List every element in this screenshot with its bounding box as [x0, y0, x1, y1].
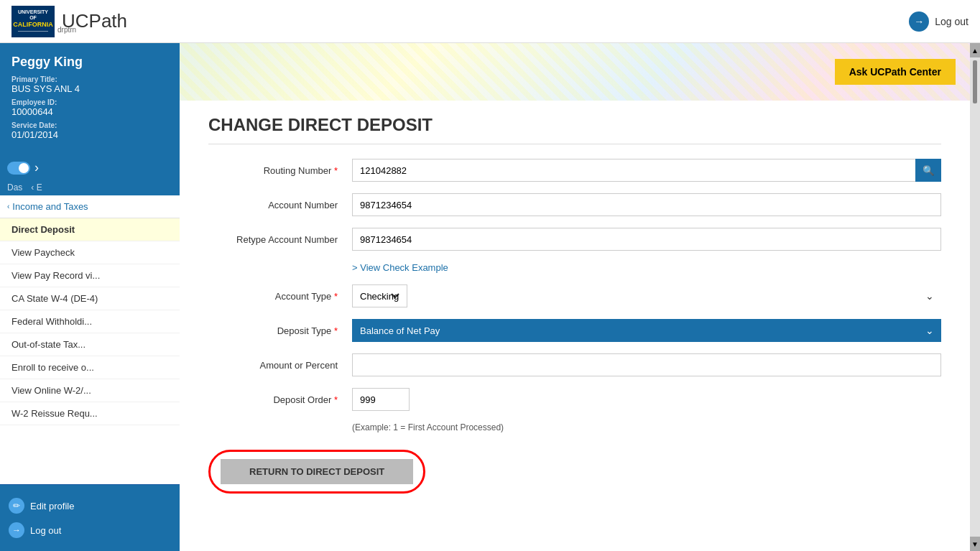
routing-number-label: Routing Number * [208, 165, 352, 176]
drptrn-label: drptrn [57, 26, 76, 34]
logout-item[interactable]: → Log out [9, 518, 171, 542]
employee-id-value: 10000644 [11, 106, 168, 117]
retype-account-number-row: Retype Account Number [208, 228, 941, 251]
account-type-select[interactable]: Checking Savings [352, 284, 407, 307]
deposit-type-select-wrapper: Balance of Net Pay Fixed Amount Percent … [352, 319, 941, 342]
sidebar-item-view-online-w2[interactable]: View Online W-2/... [0, 379, 180, 402]
account-type-row: Account Type * Checking Savings ⌄ [208, 284, 941, 307]
edit-profile-label: Edit profile [30, 501, 74, 511]
deposit-type-label: Deposit Type * [208, 325, 352, 336]
deposit-order-label: Deposit Order * [208, 394, 352, 405]
deposit-order-required-star: * [334, 394, 338, 405]
amount-or-percent-label: Amount or Percent [208, 360, 352, 371]
sub-menu-header-label: Income and Taxes [12, 201, 88, 212]
routing-search-button[interactable]: 🔍 [915, 159, 941, 182]
sidebar-item-enroll[interactable]: Enroll to receive o... [0, 356, 180, 379]
account-type-chevron-icon: ⌄ [925, 290, 934, 302]
deposit-example: (Example: 1 = First Account Processed) [352, 422, 941, 432]
sub-menu-chevron: ‹ [7, 203, 9, 210]
sidebar-item-view-paycheck[interactable]: View Paycheck [0, 241, 180, 264]
sidebar-item-ca-state-w4[interactable]: CA State W-4 (DE-4) [0, 287, 180, 310]
sub-menu: ‹ Income and Taxes Direct Deposit View P… [0, 195, 180, 484]
nav-tabs-row: Das ‹ E [0, 180, 180, 195]
return-to-direct-deposit-button[interactable]: RETURN TO DIRECT DEPOSIT [221, 459, 413, 484]
body-area: Peggy King Primary Title: BUS SYS ANL 4 … [0, 43, 980, 551]
banner: Ask UCPath Center [180, 43, 970, 101]
scrollbar-up-button[interactable]: ▲ [970, 43, 980, 57]
ask-ucpath-button[interactable]: Ask UCPath Center [835, 59, 956, 85]
account-number-label: Account Number [208, 200, 352, 210]
service-date-value: 01/01/2014 [11, 129, 168, 140]
routing-number-field-group: 🔍 [352, 159, 941, 182]
sidebar-bottom: ✏ Edit profile → Log out [0, 484, 180, 551]
user-name: Peggy King [11, 55, 168, 70]
edit-profile-icon: ✏ [9, 498, 24, 514]
logout-button[interactable]: Log out [935, 16, 969, 27]
routing-number-row: Routing Number * 🔍 [208, 159, 941, 182]
routing-number-input[interactable] [352, 159, 915, 182]
employee-id-label: Employee ID: [11, 98, 168, 106]
deposit-type-select[interactable]: Balance of Net Pay Fixed Amount Percent [352, 319, 941, 342]
amount-or-percent-row: Amount or Percent [208, 353, 941, 376]
deposit-order-row: Deposit Order * [208, 388, 941, 411]
header-right: → Log out [909, 11, 969, 32]
primary-title-value: BUS SYS ANL 4 [11, 83, 168, 94]
account-type-select-wrapper: Checking Savings ⌄ [352, 284, 941, 307]
sidebar-toggle-area: › [0, 156, 180, 180]
form-area: CHANGE DIRECT DEPOSIT Routing Number * 🔍… [180, 101, 970, 551]
nav-tab-e[interactable]: ‹ E [27, 180, 46, 195]
scrollbar-thumb[interactable] [973, 60, 977, 103]
retype-account-number-input[interactable] [352, 228, 941, 251]
sidebar-item-w2-reissue[interactable]: W-2 Reissue Requ... [0, 402, 180, 425]
sidebar-item-direct-deposit[interactable]: Direct Deposit [0, 218, 180, 241]
user-info: Peggy King Primary Title: BUS SYS ANL 4 … [0, 43, 180, 156]
scrollbar-down-button[interactable]: ▼ [970, 537, 980, 551]
view-check-row: > View Check Example [208, 262, 941, 273]
sidebar-item-view-pay-record[interactable]: View Pay Record vi... [0, 264, 180, 287]
sub-menu-header[interactable]: ‹ Income and Taxes [0, 195, 180, 218]
deposit-type-required-star: * [334, 325, 338, 336]
account-number-input[interactable] [352, 193, 941, 216]
logout-icon: → [909, 11, 929, 32]
account-number-row: Account Number [208, 193, 941, 216]
account-type-label: Account Type * [208, 291, 352, 302]
right-scrollbar: ▲ ▼ [970, 43, 980, 551]
logo-area: UNIVERSITYOF CALIFORNIA —————— UCPath dr… [11, 6, 127, 37]
sidebar: Peggy King Primary Title: BUS SYS ANL 4 … [0, 43, 180, 551]
amount-or-percent-input[interactable] [352, 353, 941, 376]
header: UNIVERSITYOF CALIFORNIA —————— UCPath dr… [0, 0, 980, 43]
main-content: Ask UCPath Center CHANGE DIRECT DEPOSIT … [180, 43, 970, 551]
sidebar-toggle[interactable] [7, 162, 30, 175]
account-type-required-star: * [334, 291, 338, 302]
edit-profile-item[interactable]: ✏ Edit profile [9, 494, 171, 518]
button-row: RETURN TO DIRECT DEPOSIT [208, 450, 941, 494]
uc-logo: UNIVERSITYOF CALIFORNIA —————— [11, 6, 55, 37]
logout-sidebar-icon: → [9, 522, 24, 538]
page-title: CHANGE DIRECT DEPOSIT [208, 115, 941, 144]
view-check-link[interactable]: > View Check Example [352, 262, 448, 273]
retype-account-number-label: Retype Account Number [208, 234, 352, 245]
primary-title-label: Primary Title: [11, 75, 168, 83]
nav-tab-das[interactable]: Das [3, 180, 27, 195]
service-date-label: Service Date: [11, 121, 168, 129]
logout-sidebar-label: Log out [30, 525, 61, 536]
deposit-type-row: Deposit Type * Balance of Net Pay Fixed … [208, 319, 941, 342]
sidebar-item-federal-withholding[interactable]: Federal Withholdi... [0, 310, 180, 333]
routing-required-star: * [334, 165, 338, 176]
deposit-order-input[interactable] [352, 388, 410, 411]
scrollbar-track [970, 57, 980, 537]
return-button-highlight: RETURN TO DIRECT DEPOSIT [208, 450, 425, 494]
sidebar-item-out-of-state-tax[interactable]: Out-of-state Tax... [0, 333, 180, 356]
